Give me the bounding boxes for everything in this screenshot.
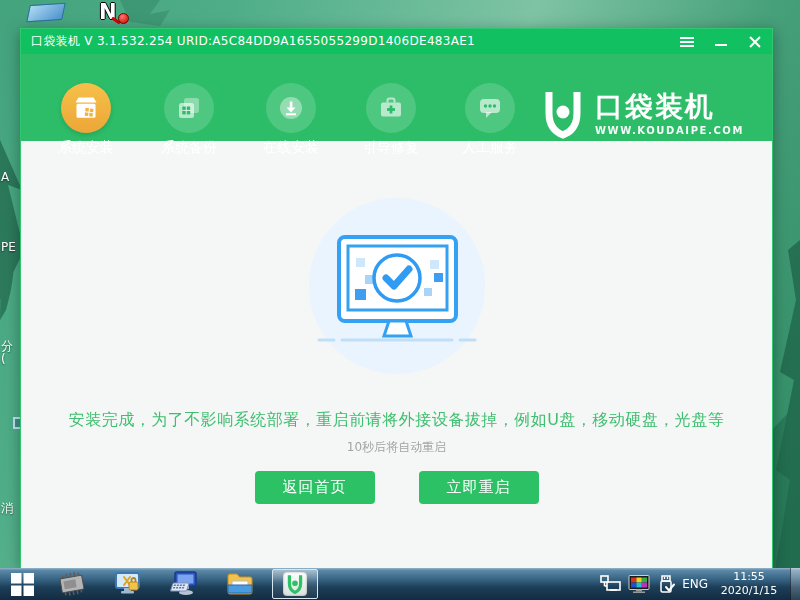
brand-title: 口袋装机 (595, 92, 744, 122)
windows-logo-icon (11, 573, 34, 596)
backup-copies-icon (164, 83, 214, 133)
monitor-check-illustration (309, 198, 485, 374)
button-row: 返回首页 立即重启 (21, 471, 772, 504)
desktop-icon-display[interactable] (26, 3, 66, 23)
hamburger-icon (680, 37, 694, 47)
package-icon (61, 83, 111, 133)
nav-tab-system-install[interactable]: 系统安装 (41, 83, 131, 157)
taskbar-app-koudai-zhuangji[interactable] (272, 569, 318, 599)
show-desktop-button[interactable] (790, 568, 800, 600)
memory-chip-icon (58, 572, 86, 596)
nav-band: 系统安装 系统备份 (21, 54, 772, 141)
desktop: N A PE 分 ( 消 口袋装机 V 3.1.532.254 URID:A5C… (0, 0, 800, 600)
keyboard-display-icon (170, 571, 198, 597)
koudai-shield-icon (283, 572, 307, 596)
taskbar-icon-keyboard-display[interactable] (170, 572, 198, 596)
snipping-tool-icon (114, 571, 142, 597)
restart-now-button[interactable]: 立即重启 (419, 471, 539, 504)
shield-logo-icon (541, 88, 585, 140)
desktop-icon-n-ball (118, 13, 129, 24)
taskbar-clock[interactable]: 11:55 2020/1/15 (714, 570, 784, 598)
desktop-label-fragment: ( (1, 352, 6, 366)
network-icon[interactable] (600, 575, 622, 593)
minimize-icon (715, 44, 727, 46)
nav-tab-label: 引导修复 (346, 139, 436, 157)
nav-tab-label: 系统备份 (144, 139, 234, 157)
taskbar-icon-memory-chip[interactable] (58, 572, 86, 596)
app-window: 口袋装机 V 3.1.532.254 URID:A5C84DD9A1655055… (20, 28, 773, 568)
folder-icon (226, 572, 254, 596)
auto-restart-countdown: 10秒后将自动重启 (21, 439, 772, 456)
taskbar-icon-snipping-tool[interactable] (114, 572, 142, 596)
nav-tab-boot-repair[interactable]: 引导修复 (346, 83, 436, 157)
minimize-button[interactable] (712, 33, 730, 51)
brand-url: WWW.KOUDAIPE.COM (595, 125, 744, 136)
nav-tab-human-service[interactable]: 人工服务 (445, 83, 535, 157)
install-complete-message: 安装完成，为了不影响系统部署，重启前请将外接设备拔掉，例如U盘，移动硬盘，光盘等 (21, 410, 772, 431)
taskbar: ENG 11:55 2020/1/15 (0, 568, 800, 600)
close-button[interactable] (746, 33, 764, 51)
brand-text: 口袋装机 WWW.KOUDAIPE.COM (595, 92, 744, 136)
desktop-label-fragment: PE (1, 240, 16, 254)
download-icon (266, 83, 316, 133)
desktop-label-fragment: 消 (1, 500, 13, 517)
chat-bubble-icon (465, 83, 515, 133)
menu-button[interactable] (678, 33, 696, 51)
nav-tab-label: 在线安装 (246, 139, 336, 157)
start-button[interactable] (8, 572, 36, 596)
brand-logo: 口袋装机 WWW.KOUDAIPE.COM (541, 88, 744, 140)
clock-date: 2020/1/15 (714, 584, 784, 598)
desktop-label-fragment: A (1, 170, 9, 184)
main-content: 安装完成，为了不影响系统部署，重启前请将外接设备拔掉，例如U盘，移动硬盘，光盘等… (21, 198, 772, 600)
window-title: 口袋装机 V 3.1.532.254 URID:A5C84DD9A1655055… (31, 33, 475, 50)
back-home-button[interactable]: 返回首页 (255, 471, 375, 504)
display-settings-icon[interactable] (628, 575, 650, 593)
toolbox-icon (366, 83, 416, 133)
clock-time: 11:55 (714, 570, 784, 584)
nav-tab-online-install[interactable]: 在线安装 (246, 83, 336, 157)
close-icon (749, 36, 761, 48)
titlebar: 口袋装机 V 3.1.532.254 URID:A5C84DD9A1655055… (21, 29, 772, 54)
nav-tab-system-backup[interactable]: 系统备份 (144, 83, 234, 157)
taskbar-icon-file-explorer[interactable] (226, 572, 254, 596)
usb-safely-remove-icon[interactable] (656, 575, 676, 595)
titlebar-controls (678, 29, 764, 54)
nav-tab-label: 人工服务 (445, 139, 535, 157)
nav-tab-label: 系统安装 (41, 139, 131, 157)
desktop-icon-n[interactable]: N (99, 0, 131, 26)
language-indicator[interactable]: ENG (682, 577, 708, 591)
